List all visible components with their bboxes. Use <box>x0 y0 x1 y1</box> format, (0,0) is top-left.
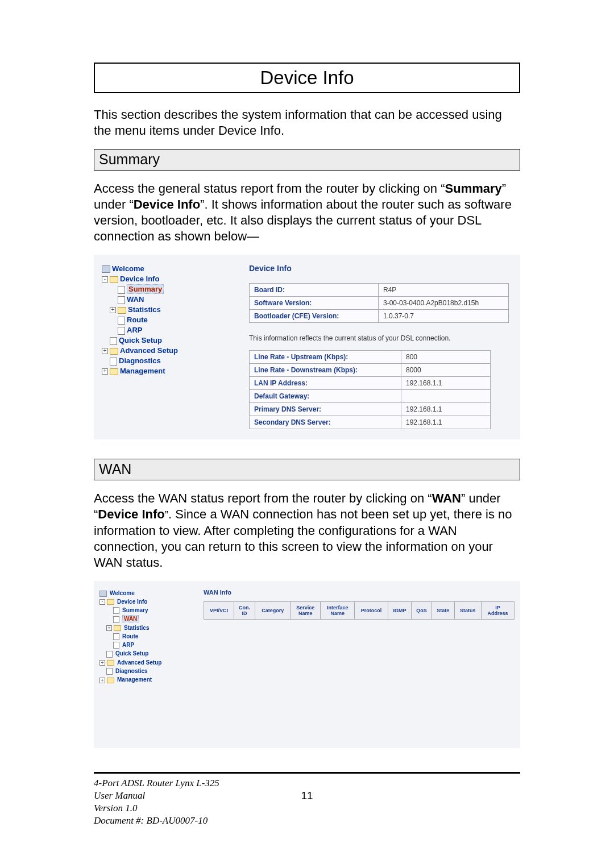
monitor-icon <box>99 591 107 597</box>
folder-open-icon <box>110 276 118 283</box>
wan-b2: Device Info <box>98 507 164 521</box>
plus-icon[interactable]: + <box>102 348 108 354</box>
nav-tree: Welcome -Device Info Summary WAN +Statis… <box>94 264 232 429</box>
lan-ip-label: LAN IP Address: <box>250 377 401 390</box>
tree-route[interactable]: Route <box>102 315 232 325</box>
tree-device-info-label: Device Info <box>120 275 159 283</box>
page-icon <box>113 607 119 614</box>
tree-arp[interactable]: ARP <box>102 325 232 335</box>
wan-heading: WAN <box>99 461 131 477</box>
downstream-value: 8000 <box>401 364 491 377</box>
tree2-statistics[interactable]: +Statistics <box>99 624 199 632</box>
tree2-diagnostics[interactable]: Diagnostics <box>99 667 199 675</box>
tree-wan-label: WAN <box>127 295 144 304</box>
col-qos: QoS <box>412 602 432 620</box>
intro-paragraph: This section describes the system inform… <box>94 107 520 139</box>
summary-content: Device Info Board ID: R4P Software Versi… <box>232 264 520 429</box>
tree2-advanced-setup-label: Advanced Setup <box>117 659 161 666</box>
bootloader-label: Bootloader (CFE) Version: <box>250 310 379 323</box>
tree-management[interactable]: +Management <box>102 366 232 376</box>
plus-icon[interactable]: + <box>99 660 105 666</box>
tree-diagnostics-label: Diagnostics <box>119 356 161 365</box>
col-state: State <box>432 602 454 620</box>
lan-ip-value: 192.168.1.1 <box>401 377 491 390</box>
summary-p1: Access the general status report from th… <box>94 181 445 196</box>
footer-line-3: Version 1.0 <box>94 802 520 815</box>
primary-dns-label: Primary DNS Server: <box>250 403 401 416</box>
tree2-diagnostics-label: Diagnostics <box>115 668 148 674</box>
folder-icon <box>114 625 121 631</box>
tree2-route[interactable]: Route <box>99 632 199 641</box>
page-icon <box>118 317 125 325</box>
table-row: Bootloader (CFE) Version: 1.0.37-0.7 <box>250 310 509 323</box>
table-row: LAN IP Address: 192.168.1.1 <box>250 377 491 390</box>
folder-icon <box>118 307 126 314</box>
section-title-box: Device Info <box>94 63 520 93</box>
tree2-quick-setup[interactable]: Quick Setup <box>99 649 199 658</box>
col-status: Status <box>454 602 481 620</box>
tree-management-label: Management <box>120 367 165 375</box>
tree2-summary[interactable]: Summary <box>99 606 199 614</box>
col-interface-name: InterfaceName <box>321 602 355 620</box>
page-icon <box>118 286 125 294</box>
plus-icon[interactable]: + <box>102 368 108 375</box>
wan-info-table: VPI/VCI Con.ID Category ServiceName Inte… <box>204 601 515 620</box>
page-icon <box>118 296 125 304</box>
tree-statistics[interactable]: +Statistics <box>102 305 232 315</box>
tree2-wan[interactable]: WAN <box>99 614 199 623</box>
tree-welcome[interactable]: Welcome <box>102 264 232 274</box>
table-row: Board ID: R4P <box>250 284 509 297</box>
tree-quick-setup-label: Quick Setup <box>119 336 162 344</box>
secondary-dns-label: Secondary DNS Server: <box>250 416 401 429</box>
folder-icon <box>110 368 118 375</box>
minus-icon[interactable]: - <box>99 599 105 605</box>
tree-diagnostics[interactable]: Diagnostics <box>102 356 232 366</box>
col-category: Category <box>255 602 291 620</box>
board-id-label: Board ID: <box>250 284 379 297</box>
tree2-quick-setup-label: Quick Setup <box>115 650 148 657</box>
default-gateway-value <box>401 390 491 403</box>
panel-title: Device Info <box>249 264 509 273</box>
upstream-value: 800 <box>401 351 491 364</box>
plus-icon[interactable]: + <box>106 625 112 631</box>
tree2-advanced-setup[interactable]: +Advanced Setup <box>99 658 199 667</box>
page-icon <box>106 651 113 658</box>
wan-panel-title: WAN Info <box>204 589 515 596</box>
tree2-device-info[interactable]: -Device Info <box>99 597 199 606</box>
summary-b1: Summary <box>445 181 502 196</box>
tree-summary[interactable]: Summary <box>102 284 232 294</box>
upstream-label: Line Rate - Upstream (Kbps): <box>250 351 401 364</box>
device-info-table: Board ID: R4P Software Version: 3-00-03-… <box>249 283 509 323</box>
table-row: Default Gateway: <box>250 390 491 403</box>
summary-paragraph: Access the general status report from th… <box>94 181 520 244</box>
table-row: Line Rate - Downstream (Kbps): 8000 <box>250 364 491 377</box>
tree2-arp-label: ARP <box>122 642 134 648</box>
col-service-name: ServiceName <box>291 602 321 620</box>
tree-route-label: Route <box>127 315 148 324</box>
plus-icon[interactable]: + <box>110 307 116 313</box>
summary-b2: Device Info <box>134 197 200 211</box>
page-icon <box>110 337 117 345</box>
wan-p1: Access the WAN status report from the ro… <box>94 491 432 505</box>
folder-icon <box>110 348 118 355</box>
tree2-route-label: Route <box>122 633 138 639</box>
plus-icon[interactable]: + <box>99 678 105 683</box>
secondary-dns-value: 192.168.1.1 <box>401 416 491 429</box>
footer-rule <box>94 772 520 774</box>
table-header-row: VPI/VCI Con.ID Category ServiceName Inte… <box>204 602 515 620</box>
tree2-arp[interactable]: ARP <box>99 641 199 649</box>
tree-wan[interactable]: WAN <box>102 294 232 305</box>
tree-quick-setup[interactable]: Quick Setup <box>102 335 232 346</box>
minus-icon[interactable]: - <box>102 276 108 283</box>
tree-statistics-label: Statistics <box>128 305 161 314</box>
tree2-management[interactable]: +Management <box>99 675 199 684</box>
tree2-welcome[interactable]: Welcome <box>99 589 199 597</box>
wan-screenshot: Welcome -Device Info Summary WAN +Statis… <box>94 581 520 748</box>
col-ip-address: IPAddress <box>481 602 514 620</box>
tree-summary-label: Summary <box>127 284 164 294</box>
page-icon <box>113 633 119 640</box>
tree-device-info[interactable]: -Device Info <box>102 274 232 284</box>
tree2-summary-label: Summary <box>122 607 148 613</box>
tree-advanced-setup[interactable]: +Advanced Setup <box>102 346 232 356</box>
primary-dns-value: 192.168.1.1 <box>401 403 491 416</box>
